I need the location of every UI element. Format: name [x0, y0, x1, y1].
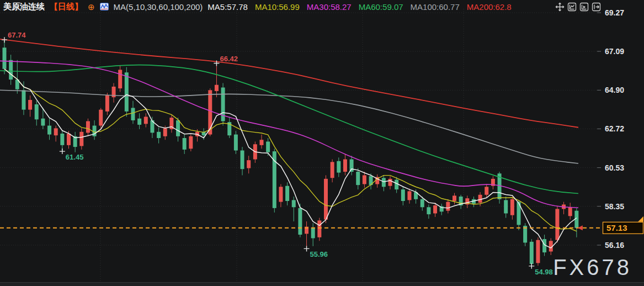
candle — [105, 96, 109, 112]
add-compare-icon[interactable]: ⊕ — [88, 3, 95, 11]
candle — [183, 138, 187, 150]
swing-price-label: 55.96 — [310, 250, 328, 258]
swing-price-label: 61.45 — [66, 153, 84, 161]
candle — [331, 162, 334, 178]
ma-value-label: MA5:57.78 — [207, 2, 248, 12]
candle — [144, 116, 148, 124]
swing-price-label: 66.42 — [220, 55, 238, 63]
scale-chart-icon[interactable] — [567, 2, 577, 12]
candle — [395, 179, 398, 189]
axis-tick-label: 60.53 — [605, 163, 624, 172]
ma-value-label: MA30:58.27 — [307, 2, 352, 12]
candle — [407, 191, 411, 200]
candle — [266, 141, 270, 152]
ma-lines — [0, 39, 578, 248]
axis-tick-label: 69.27 — [605, 8, 624, 17]
candle — [279, 187, 283, 202]
chart-type-icon[interactable] — [100, 3, 109, 10]
chart-header: 美原油连续 【日线】 ⊕ MA(5,10,30,60,100,200) MA5:… — [3, 1, 519, 12]
candle — [163, 128, 167, 136]
price-axis[interactable]: 69.2767.0964.9062.7260.5358.3556.16 — [597, 8, 624, 250]
candle — [536, 240, 540, 263]
candle — [388, 179, 392, 186]
chart-toolbar — [555, 2, 601, 12]
ma-value-label: MA60:59.07 — [359, 2, 403, 12]
candle — [241, 150, 244, 169]
current-price-badge: 57.13 — [603, 216, 644, 234]
candle — [285, 186, 289, 201]
candle — [298, 208, 302, 235]
candle — [427, 207, 430, 214]
candle — [137, 119, 141, 125]
candle — [47, 126, 51, 135]
candle — [433, 205, 437, 213]
candle — [555, 209, 559, 240]
candle — [176, 120, 180, 136]
candle — [485, 187, 488, 194]
candle — [337, 161, 340, 173]
timeline-bar[interactable] — [0, 282, 644, 286]
candle — [67, 134, 71, 145]
candle — [568, 207, 572, 216]
axis-tick-label: 56.16 — [605, 241, 624, 250]
symbol-title: 美原油连续 — [3, 2, 45, 12]
ma-line-ma5 — [4, 69, 577, 248]
chart-canvas[interactable]: 67.7466.4261.4555.9654.9869.2767.0964.90… — [0, 0, 644, 286]
swing-cross-marker — [304, 246, 310, 251]
price-trend-arrow — [638, 216, 643, 222]
candle — [79, 132, 83, 146]
timeframe-label[interactable]: 【日线】 — [50, 2, 83, 12]
chart-window: 67.7466.4261.4555.9654.9869.2767.0964.90… — [0, 0, 644, 286]
candle — [9, 60, 13, 80]
axis-tick-label: 67.09 — [605, 47, 624, 56]
candle — [189, 136, 193, 149]
candle — [446, 202, 450, 211]
axis-tick-label: 58.35 — [605, 202, 624, 211]
candle — [54, 128, 58, 135]
ma-value-label: MA100:60.77 — [411, 2, 460, 12]
candle — [131, 108, 135, 120]
candle — [343, 160, 347, 172]
annotations: 67.7466.4261.4555.9654.98 — [2, 31, 553, 276]
candle — [363, 175, 366, 184]
watermark-fx678: FX678 — [553, 256, 632, 278]
ma-values: MA5:57.78MA10:56.99MA30:58.27MA60:59.07M… — [207, 2, 518, 12]
ma-value-label: MA10:56.99 — [255, 2, 300, 12]
candle — [317, 220, 321, 237]
candle — [247, 160, 251, 168]
swing-cross-marker — [60, 149, 65, 154]
candle — [421, 199, 424, 207]
crosshair-icon[interactable] — [555, 2, 565, 12]
candle — [86, 121, 90, 133]
candle — [41, 119, 45, 126]
candle — [22, 90, 25, 109]
candle — [382, 178, 386, 187]
candle — [356, 172, 360, 185]
swing-cross-marker — [2, 37, 7, 43]
candle — [99, 110, 103, 126]
ma-line-ma10 — [4, 69, 577, 231]
candle — [324, 179, 328, 220]
axis-tick-label: 64.90 — [605, 86, 624, 94]
candle — [60, 134, 64, 145]
candle — [157, 132, 161, 138]
candle — [453, 195, 456, 201]
candle — [234, 135, 238, 151]
swing-cross-marker — [529, 263, 534, 269]
candle — [510, 199, 514, 215]
candle — [504, 200, 508, 213]
candle — [530, 242, 534, 264]
goto-latest-icon[interactable] — [591, 2, 601, 12]
candle — [118, 70, 122, 88]
candle — [311, 227, 315, 238]
ma-line-ma200 — [0, 39, 578, 128]
ma-params-label: MA(5,10,30,60,100,200) — [114, 2, 203, 12]
candle — [3, 47, 7, 69]
current-price-label: 57.13 — [606, 223, 627, 232]
candle — [28, 100, 32, 110]
candle — [35, 104, 39, 119]
candle — [292, 200, 296, 207]
ma-value-label: MA200:62.8 — [467, 2, 512, 12]
playhead-icon[interactable] — [579, 2, 589, 12]
candle — [125, 72, 129, 112]
